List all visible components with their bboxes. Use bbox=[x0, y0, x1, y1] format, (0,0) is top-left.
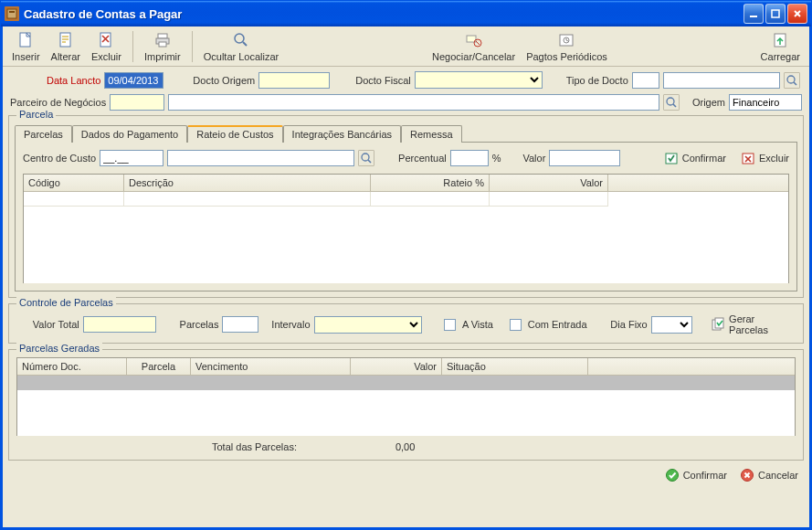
controle-parcelas-group: Controle de Parcelas Valor Total Parcela… bbox=[8, 303, 804, 344]
docto-fiscal-combo[interactable] bbox=[415, 71, 543, 89]
col-parcela[interactable]: Parcela bbox=[127, 358, 191, 375]
valor-field[interactable] bbox=[549, 150, 620, 166]
footer: Confirmar Cancelar bbox=[3, 464, 809, 490]
geradas-group-label: Parcelas Geradas bbox=[16, 343, 102, 354]
parceiro-desc-field[interactable] bbox=[168, 94, 659, 111]
generate-icon bbox=[711, 317, 725, 332]
tab-rateio-custos[interactable]: Rateio de Custos bbox=[187, 125, 282, 143]
col-numero-doc[interactable]: Número Doc. bbox=[17, 358, 127, 375]
parcelas-count-field[interactable] bbox=[222, 316, 258, 333]
svg-point-32 bbox=[362, 154, 369, 161]
valor-total-field[interactable] bbox=[83, 316, 156, 333]
tipo-docto-label: Tipo de Docto bbox=[566, 75, 628, 86]
col-rateio[interactable]: Rateio % bbox=[371, 175, 490, 191]
controle-row: Valor Total Parcelas Intervalo A Vista C… bbox=[16, 313, 796, 335]
geradas-grid[interactable]: Número Doc. Parcela Vencimento Valor Sit… bbox=[16, 357, 796, 436]
window: Cadastro de Contas a Pagar Inserir Alter… bbox=[0, 0, 812, 530]
rateio-excluir-button[interactable]: Excluir bbox=[741, 151, 789, 165]
printer-icon bbox=[153, 30, 173, 50]
origem-field bbox=[729, 94, 802, 111]
geradas-total-row: Total das Parcelas: 0,00 bbox=[16, 436, 796, 452]
rateio-grid-header: Código Descrição Rateio % Valor bbox=[24, 175, 788, 192]
svg-rect-39 bbox=[715, 318, 723, 328]
negociar-cancelar-button[interactable]: Negociar/Cancelar bbox=[427, 28, 521, 64]
tipo-docto-search-button[interactable] bbox=[784, 72, 800, 89]
svg-rect-16 bbox=[159, 42, 166, 47]
tipo-docto-code-field[interactable] bbox=[632, 72, 659, 89]
centro-custo-code-field[interactable] bbox=[100, 150, 163, 166]
percentual-suffix: % bbox=[492, 153, 501, 164]
com-entrada-checkbox[interactable] bbox=[510, 319, 522, 331]
centro-custo-search-button[interactable] bbox=[358, 150, 374, 166]
rateio-grid[interactable]: Código Descrição Rateio % Valor bbox=[23, 174, 789, 283]
col-filler-g bbox=[588, 358, 795, 375]
inserir-button[interactable]: Inserir bbox=[6, 28, 46, 64]
data-lancto-field[interactable] bbox=[104, 72, 163, 89]
total-parcelas-value: 0,00 bbox=[395, 441, 415, 452]
parcela-tabs: Parcelas Dados do Pagamento Rateio de Cu… bbox=[15, 125, 797, 143]
footer-cancelar-button[interactable]: Cancelar bbox=[740, 468, 798, 482]
svg-rect-2 bbox=[750, 16, 757, 17]
data-lancto-label: Data Lancto bbox=[47, 75, 100, 86]
parceiro-search-button[interactable] bbox=[663, 94, 680, 111]
svg-point-30 bbox=[667, 98, 674, 105]
tipo-docto-desc-field[interactable] bbox=[663, 72, 780, 89]
imprimir-button[interactable]: Imprimir bbox=[139, 28, 186, 64]
docto-origem-label: Docto Origem bbox=[193, 75, 255, 86]
rateio-tab-body: Centro de Custo Percentual % Valor Confi… bbox=[15, 142, 797, 292]
svg-line-31 bbox=[673, 104, 676, 107]
ocultar-localizar-button[interactable]: Ocultar Localizar bbox=[198, 28, 285, 64]
magnifier-icon bbox=[231, 30, 251, 50]
table-row[interactable] bbox=[17, 376, 795, 390]
footer-confirmar-button[interactable]: Confirmar bbox=[665, 468, 727, 482]
table-row[interactable] bbox=[24, 192, 788, 207]
svg-line-18 bbox=[243, 42, 247, 46]
col-situacao[interactable]: Situação bbox=[442, 358, 588, 375]
window-title: Cadastro de Contas a Pagar bbox=[24, 7, 742, 21]
fields-row-2: Parceiro de Negócios Origem bbox=[3, 91, 809, 113]
col-valor-g[interactable]: Valor bbox=[351, 358, 442, 375]
maximize-button[interactable] bbox=[765, 4, 786, 24]
edit-doc-icon bbox=[56, 30, 76, 50]
tab-parcelas[interactable]: Parcelas bbox=[15, 125, 72, 143]
rateio-grid-body[interactable] bbox=[24, 192, 788, 283]
valor-total-label: Valor Total bbox=[33, 319, 79, 330]
intervalo-label: Intervalo bbox=[271, 319, 310, 330]
col-descricao[interactable]: Descrição bbox=[124, 175, 371, 191]
excluir-button[interactable]: Excluir bbox=[86, 28, 127, 64]
close-button[interactable] bbox=[787, 4, 807, 24]
rateio-confirmar-button[interactable]: Confirmar bbox=[664, 151, 726, 165]
centro-custo-desc-field[interactable] bbox=[167, 150, 354, 166]
main-toolbar: Inserir Alterar Excluir Imprimir Ocultar… bbox=[3, 26, 809, 67]
minimize-button[interactable] bbox=[743, 4, 764, 24]
svg-line-33 bbox=[368, 160, 371, 163]
centro-custo-label: Centro de Custo bbox=[23, 153, 96, 164]
tab-remessa[interactable]: Remessa bbox=[401, 125, 461, 143]
dia-fixo-combo[interactable] bbox=[651, 316, 693, 334]
col-valor[interactable]: Valor bbox=[490, 175, 608, 191]
titlebar[interactable]: Cadastro de Contas a Pagar bbox=[1, 1, 811, 26]
percentual-field[interactable] bbox=[450, 150, 489, 166]
col-codigo[interactable]: Código bbox=[24, 175, 124, 191]
tab-integracoes[interactable]: Integrações Bancárias bbox=[283, 125, 401, 143]
docto-origem-field[interactable] bbox=[258, 72, 330, 89]
intervalo-combo[interactable] bbox=[314, 316, 423, 334]
tab-dados-pagamento[interactable]: Dados do Pagamento bbox=[72, 125, 187, 143]
geradas-grid-body[interactable] bbox=[17, 376, 795, 436]
svg-point-28 bbox=[787, 76, 795, 83]
gerar-parcelas-button[interactable]: Gerar Parcelas bbox=[711, 313, 796, 335]
col-vencimento[interactable]: Vencimento bbox=[191, 358, 351, 375]
cancel-circle-icon bbox=[740, 468, 754, 482]
parcela-group: Parcela Parcelas Dados do Pagamento Rate… bbox=[8, 115, 804, 298]
parceiro-code-field[interactable] bbox=[110, 94, 164, 111]
carregar-button[interactable]: Carregar bbox=[755, 28, 806, 64]
alterar-button[interactable]: Alterar bbox=[46, 28, 86, 64]
svg-rect-3 bbox=[772, 10, 779, 17]
parceiro-label: Parceiro de Negócios bbox=[10, 97, 106, 108]
valor-label: Valor bbox=[522, 153, 545, 164]
new-doc-icon bbox=[16, 30, 36, 50]
col-filler bbox=[608, 175, 788, 191]
rateio-controls-row: Centro de Custo Percentual % Valor Confi… bbox=[23, 150, 789, 174]
avista-checkbox[interactable] bbox=[444, 319, 456, 331]
pagtos-periodicos-button[interactable]: Pagtos Periódicos bbox=[521, 28, 613, 64]
